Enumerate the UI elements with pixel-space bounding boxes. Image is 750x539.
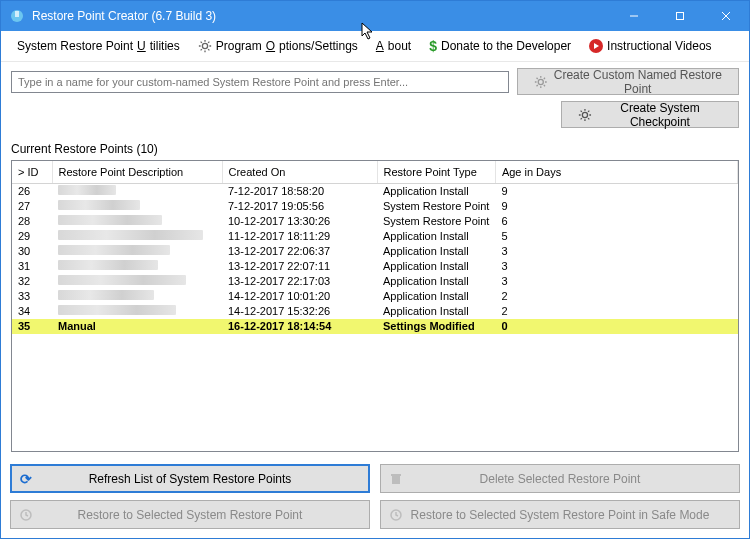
section-label: Current Restore Points (10) (1, 132, 749, 160)
close-button[interactable] (703, 1, 749, 31)
cell-type: System Restore Point (377, 214, 495, 229)
menubar: System Restore Point Utilities Program O… (1, 31, 749, 62)
cell-age: 3 (495, 259, 737, 274)
restore-safe-button[interactable]: Restore to Selected System Restore Point… (380, 500, 740, 529)
cell-id: 29 (12, 229, 52, 244)
cell-age: 9 (495, 199, 737, 214)
menu-text: tilities (150, 39, 180, 53)
maximize-button[interactable] (657, 1, 703, 31)
create-checkpoint-button[interactable]: Create System Checkpoint (561, 101, 739, 128)
col-type[interactable]: Restore Point Type (377, 161, 495, 183)
cell-type: Application Install (377, 259, 495, 274)
gear-icon (198, 39, 212, 53)
button-label: Restore to Selected System Restore Point (78, 508, 303, 522)
cell-created: 11-12-2017 18:11:29 (222, 229, 377, 244)
menu-text: ptions/Settings (279, 39, 358, 53)
menu-options[interactable]: Program Options/Settings (196, 37, 360, 55)
menu-donate[interactable]: $ Donate to the Developer (427, 36, 573, 56)
cell-created: 16-12-2017 18:14:54 (222, 319, 377, 334)
cell-type: Application Install (377, 244, 495, 259)
cell-id: 28 (12, 214, 52, 229)
cell-desc (52, 304, 222, 319)
cell-type: System Restore Point (377, 199, 495, 214)
cell-created: 14-12-2017 15:32:26 (222, 304, 377, 319)
minimize-button[interactable] (611, 1, 657, 31)
cell-desc (52, 214, 222, 229)
cell-age: 3 (495, 274, 737, 289)
cell-desc: Manual (52, 319, 222, 334)
restore-icon (389, 508, 403, 522)
dollar-icon: $ (429, 38, 437, 54)
menu-underline: U (137, 39, 146, 53)
restore-points-table: > ID Restore Point Description Created O… (11, 160, 739, 452)
top-actions: Create Custom Named Restore Point Create… (1, 62, 749, 132)
menu-text: Program (216, 39, 262, 53)
cell-created: 14-12-2017 10:01:20 (222, 289, 377, 304)
col-age[interactable]: Age in Days (495, 161, 737, 183)
button-label: Restore to Selected System Restore Point… (411, 508, 710, 522)
table-row[interactable]: 3314-12-2017 10:01:20Application Install… (12, 289, 738, 304)
create-custom-button[interactable]: Create Custom Named Restore Point (517, 68, 739, 95)
cell-created: 13-12-2017 22:07:11 (222, 259, 377, 274)
table-row[interactable]: 2810-12-2017 13:30:26System Restore Poin… (12, 214, 738, 229)
menu-text: Instructional Videos (607, 39, 712, 53)
cell-id: 30 (12, 244, 52, 259)
table-row[interactable]: 3013-12-2017 22:06:37Application Install… (12, 244, 738, 259)
cell-id: 33 (12, 289, 52, 304)
button-label: Refresh List of System Restore Points (89, 472, 292, 486)
table-row[interactable]: 35Manual16-12-2017 18:14:54Settings Modi… (12, 319, 738, 334)
svg-point-6 (202, 43, 207, 48)
cell-type: Application Install (377, 229, 495, 244)
col-desc[interactable]: Restore Point Description (52, 161, 222, 183)
table-row[interactable]: 3414-12-2017 15:32:26Application Install… (12, 304, 738, 319)
app-icon (9, 8, 25, 24)
delete-button[interactable]: Delete Selected Restore Point (380, 464, 740, 493)
menu-about[interactable]: About (374, 37, 413, 55)
cell-created: 13-12-2017 22:17:03 (222, 274, 377, 289)
redacted-text (58, 275, 186, 285)
table-row[interactable]: 2911-12-2017 18:11:29Application Install… (12, 229, 738, 244)
cell-type: Application Install (377, 304, 495, 319)
svg-rect-9 (392, 476, 400, 484)
cell-desc (52, 289, 222, 304)
cell-age: 2 (495, 289, 737, 304)
cell-type: Settings Modified (377, 319, 495, 334)
bottom-buttons: ⟳ Refresh List of System Restore Points … (10, 464, 740, 529)
menu-underline: A (376, 39, 384, 53)
table-row[interactable]: 277-12-2017 19:05:56System Restore Point… (12, 199, 738, 214)
redacted-text (58, 185, 116, 195)
redacted-text (58, 200, 140, 210)
delete-icon (389, 472, 403, 486)
cell-id: 26 (12, 183, 52, 199)
redacted-text (58, 230, 203, 240)
svg-rect-1 (15, 11, 19, 17)
cell-created: 13-12-2017 22:06:37 (222, 244, 377, 259)
button-label: Create Custom Named Restore Point (554, 68, 722, 96)
menu-videos[interactable]: Instructional Videos (587, 37, 714, 55)
table-row[interactable]: 267-12-2017 18:58:20Application Install9 (12, 183, 738, 199)
redacted-text (58, 305, 176, 315)
titlebar: Restore Point Creator (6.7 Build 3) (1, 1, 749, 31)
gear-icon (578, 107, 592, 123)
col-created[interactable]: Created On (222, 161, 377, 183)
cell-type: Application Install (377, 289, 495, 304)
cell-type: Application Install (377, 183, 495, 199)
table-row[interactable]: 3213-12-2017 22:17:03Application Install… (12, 274, 738, 289)
table-header-row: > ID Restore Point Description Created O… (12, 161, 738, 183)
redacted-text (58, 260, 158, 270)
menu-utilities[interactable]: System Restore Point Utilities (15, 37, 182, 55)
cell-desc (52, 259, 222, 274)
redacted-text (58, 290, 154, 300)
cell-created: 7-12-2017 18:58:20 (222, 183, 377, 199)
gear-icon (534, 74, 548, 90)
refresh-button[interactable]: ⟳ Refresh List of System Restore Points (10, 464, 370, 493)
col-id[interactable]: > ID (12, 161, 52, 183)
restore-button[interactable]: Restore to Selected System Restore Point (10, 500, 370, 529)
cell-age: 5 (495, 229, 737, 244)
cell-id: 35 (12, 319, 52, 334)
cell-id: 34 (12, 304, 52, 319)
restore-point-name-input[interactable] (11, 71, 509, 93)
cell-id: 31 (12, 259, 52, 274)
cell-type: Application Install (377, 274, 495, 289)
table-row[interactable]: 3113-12-2017 22:07:11Application Install… (12, 259, 738, 274)
